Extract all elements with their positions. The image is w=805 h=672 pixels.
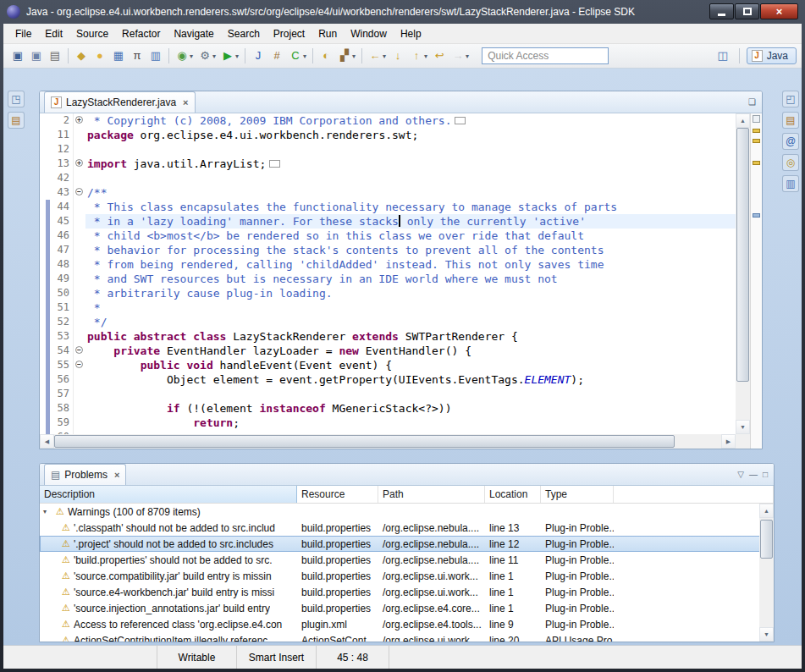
scroll-left-arrow-icon[interactable]: ◀: [40, 434, 54, 449]
collapsed-code-box[interactable]: [269, 160, 280, 168]
next-annotation-button[interactable]: ↓: [389, 47, 407, 64]
problems-row[interactable]: ⚠Access to referenced class 'org.eclipse…: [40, 616, 774, 632]
debug-button[interactable]: ⚙▾: [196, 47, 218, 64]
editor-tab[interactable]: J LazyStackRenderer.java ×: [44, 91, 196, 113]
problems-row[interactable]: ⚠'source.e4-workbench.jar' build entry i…: [40, 584, 774, 600]
code-text[interactable]: * and SWT resources but is necessary in …: [85, 272, 736, 286]
overview-ruler[interactable]: [750, 113, 762, 449]
code-text[interactable]: [85, 171, 736, 185]
menu-edit[interactable]: Edit: [38, 25, 69, 42]
code-text[interactable]: Object element = event.getProperty(UIEve…: [85, 372, 736, 387]
menu-file[interactable]: File: [8, 25, 38, 42]
coverage-button[interactable]: ◉▾: [173, 47, 196, 64]
problems-row[interactable]: ⚠'build.properties' should not be added …: [40, 552, 774, 568]
problems-tab[interactable]: ▤ Problems ×: [44, 464, 126, 485]
scroll-right-arrow-icon[interactable]: ▶: [721, 434, 736, 449]
menu-project[interactable]: Project: [267, 25, 312, 42]
minimize-window-button[interactable]: [709, 3, 734, 19]
new-view-button[interactable]: ▦: [109, 47, 128, 64]
vertical-scroll-thumb[interactable]: [760, 520, 773, 559]
key-button[interactable]: ◆: [72, 47, 91, 64]
expander-icon[interactable]: ▾: [43, 508, 52, 515]
new-class-button[interactable]: C▾: [286, 47, 309, 64]
menu-navigate[interactable]: Navigate: [167, 25, 220, 42]
wand-button[interactable]: ▞▾: [335, 47, 358, 64]
console-button[interactable]: ▥: [146, 47, 165, 64]
forward-button[interactable]: →▾: [449, 47, 471, 64]
maximize-editor-icon[interactable]: ❏: [748, 96, 756, 108]
maximize-view-icon[interactable]: □: [763, 469, 768, 481]
scroll-up-arrow-icon[interactable]: ▲: [759, 504, 774, 518]
expand-icon[interactable]: +: [75, 116, 83, 124]
prev-annotation-button[interactable]: ↑▾: [407, 47, 430, 64]
code-text[interactable]: * in a 'lazy loading' manner. For these …: [85, 214, 736, 229]
problems-row[interactable]: ⚠'source.injection_annotations.jar' buil…: [40, 600, 774, 616]
occurrence-marker[interactable]: [753, 139, 760, 143]
problems-row[interactable]: ⚠'.project' should not be added to src.i…: [40, 536, 774, 552]
close-tab-icon[interactable]: ×: [183, 97, 188, 107]
scroll-down-arrow-icon[interactable]: ▼: [736, 420, 750, 434]
column-header-type[interactable]: Type: [541, 486, 614, 503]
code-area[interactable]: 2+ * Copyright (c) 2008, 2009 IBM Corpor…: [40, 113, 736, 434]
column-header-resource[interactable]: Resource: [297, 486, 378, 503]
close-tab-icon[interactable]: ×: [114, 470, 119, 480]
scroll-up-arrow-icon[interactable]: ▲: [736, 113, 750, 128]
code-text[interactable]: * from being rendered, calling 'childAdd…: [85, 257, 736, 272]
column-header-path[interactable]: Path: [378, 486, 485, 503]
overview-ruler-header[interactable]: [753, 115, 760, 123]
code-text[interactable]: /**: [85, 185, 736, 200]
package-explorer-icon[interactable]: ▤: [8, 112, 25, 129]
collapse-icon[interactable]: −: [75, 346, 83, 354]
code-text[interactable]: return;: [85, 416, 736, 430]
horizontal-scroll-track[interactable]: [54, 434, 721, 449]
editor-horizontal-scrollbar[interactable]: ◀ ▶: [40, 434, 736, 449]
column-header-description[interactable]: Description: [40, 486, 297, 503]
code-text[interactable]: private EventHandler lazyLoader = new Ev…: [85, 344, 736, 358]
run-button[interactable]: ▶▾: [218, 47, 241, 64]
last-edit-location-button[interactable]: ↩: [430, 47, 449, 64]
expand-icon[interactable]: +: [75, 159, 83, 167]
code-text[interactable]: * arbitrarily cause plug-in loading.: [85, 286, 736, 300]
new-java-project-button[interactable]: J: [249, 47, 267, 64]
editor-vertical-scrollbar[interactable]: ▲ ▼: [736, 113, 750, 434]
code-text[interactable]: * Copyright (c) 2008, 2009 IBM Corporati…: [85, 113, 736, 128]
search-view-icon[interactable]: ◎: [782, 154, 799, 171]
pi-button[interactable]: π: [128, 47, 146, 64]
save-button[interactable]: ▣: [8, 47, 27, 64]
vertical-scroll-thumb[interactable]: [736, 128, 749, 382]
view-menu-icon[interactable]: ▽: [737, 469, 744, 481]
menu-source[interactable]: Source: [69, 25, 115, 42]
change-marker[interactable]: [753, 213, 760, 218]
problems-row[interactable]: ⚠'.classpath' should not be added to src…: [40, 520, 774, 536]
collapse-icon[interactable]: −: [75, 361, 83, 368]
print-button[interactable]: ▤: [46, 47, 64, 64]
menu-search[interactable]: Search: [221, 25, 267, 42]
problems-row[interactable]: ⚠'source.compatibility.jar' build entry …: [40, 568, 774, 584]
minimize-view-icon[interactable]: —: [749, 469, 758, 481]
javadoc-icon[interactable]: @: [782, 133, 799, 150]
occurrence-marker[interactable]: [753, 161, 760, 165]
problems-row[interactable]: ⚠ActionSetContributionItem illegally ref…: [40, 632, 774, 642]
menu-window[interactable]: Window: [344, 25, 394, 42]
menu-refactor[interactable]: Refactor: [115, 25, 167, 42]
horizontal-scroll-thumb[interactable]: [54, 435, 675, 448]
code-text[interactable]: import java.util.ArrayList;: [85, 157, 736, 171]
code-text[interactable]: public void handleEvent(Event event) {: [85, 358, 736, 372]
perspective-java-button[interactable]: J Java: [747, 47, 797, 64]
code-text[interactable]: * child <b>most</b> be rendered so in th…: [85, 229, 736, 243]
quick-access-input[interactable]: [482, 47, 609, 64]
torch-button[interactable]: ●: [91, 47, 109, 64]
code-text[interactable]: * behavior for processing the stack's co…: [85, 243, 736, 257]
task-list-icon[interactable]: ▤: [782, 112, 799, 129]
close-window-button[interactable]: ×: [760, 3, 798, 19]
code-text[interactable]: */: [85, 315, 736, 329]
problems-vertical-scrollbar[interactable]: ▲ ▼: [759, 504, 774, 642]
console-view-icon[interactable]: ▥: [782, 175, 799, 192]
back-button[interactable]: ←▾: [366, 47, 389, 64]
open-perspective-button[interactable]: ◫: [714, 47, 732, 64]
titlebar[interactable]: Java - org.eclipse.e4.ui.workbench.rende…: [0, 0, 805, 24]
code-text[interactable]: package org.eclipse.e4.ui.workbench.rend…: [85, 128, 736, 142]
code-text[interactable]: *: [85, 300, 736, 315]
maximize-window-button[interactable]: [735, 3, 759, 19]
menu-help[interactable]: Help: [394, 25, 428, 42]
